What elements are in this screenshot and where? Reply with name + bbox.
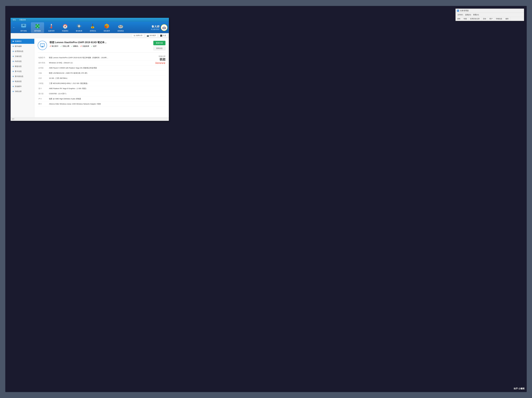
generate-button[interactable]: ⬛ 生成 — [158, 34, 167, 37]
toolbar-label-install: 装机推荐 — [104, 30, 110, 32]
tab-details[interactable]: 详细信息 — [494, 17, 504, 21]
weibo-label: 微博分享 — [136, 34, 142, 37]
sidebar-dot-other — [13, 86, 14, 87]
rescan-button[interactable]: 重新扫描 — [153, 41, 165, 45]
toolbar-item-hardware-check[interactable]: 硬件体检 — [17, 22, 30, 33]
toolbar-item-install-rec[interactable]: 装机推荐 — [100, 22, 113, 33]
sidebar-item-cpu-info[interactable]: 处理器信息 — [11, 49, 34, 54]
tab-app-history[interactable]: 应用历史记录 — [469, 17, 481, 21]
svg-rect-26 — [79, 27, 79, 29]
spec-label-audio: 声卡 — [38, 98, 49, 100]
sidebar-dot-display — [13, 76, 14, 77]
sidebar-item-mobo-info[interactable]: 主板信息 — [11, 54, 34, 59]
tab-startup[interactable]: 启动 — [481, 17, 488, 21]
feedback-btn[interactable]: 问题反馈 — [19, 18, 26, 21]
sidebar-item-disk-info[interactable]: 硬盘信息 — [11, 64, 34, 69]
tab-services[interactable]: 服务 — [504, 17, 510, 21]
spec-value-model: 联想 Lenovo XiaoXinPro-13API 2019 81XD 笔记本… — [49, 57, 165, 59]
svg-text:SPEED: SPEED — [63, 27, 67, 28]
sidebar-item-hw-health[interactable]: 硬件健康 — [11, 44, 34, 49]
toolbar-item-temp-manage[interactable]: 温度管理 — [45, 22, 58, 33]
toolbar-item-clean-optimize[interactable]: 清理优化 — [86, 22, 100, 33]
sidebar-label-hw-health: 硬件健康 — [15, 45, 22, 48]
svg-point-47 — [121, 26, 122, 26]
toolbar-item-game-select[interactable]: 游戏精选 — [114, 22, 127, 33]
sidebar-label-battery: 电池信息 — [15, 80, 22, 83]
brand-name: 鲁大师 — [151, 25, 159, 28]
lu-statusbar: 3个 — [11, 117, 169, 121]
sidebar-item-ram-info[interactable]: 内存信息 — [11, 59, 34, 64]
device-icon — [38, 41, 47, 50]
sidebar-label-power: 功耗估算 — [15, 90, 22, 93]
watermark: 知乎 @糖浆 — [514, 387, 525, 390]
sidebar-label-gpu: 显卡信息 — [15, 70, 22, 73]
camera-icon: 📷 — [147, 35, 149, 37]
svg-rect-53 — [42, 46, 43, 47]
spec-row-model: 电脑型号 联想 Lenovo XiaoXinPro-13API 2019 81X… — [38, 55, 165, 60]
sidebar-dot-gpu — [13, 71, 14, 72]
toolbar-label-clean: 清理优化 — [90, 30, 96, 32]
toolbar-item-driver-detect[interactable]: 驱动检测 — [72, 22, 86, 33]
brand-avatar: 🤖 — [161, 24, 167, 31]
menu-options[interactable]: 选项(O) — [464, 13, 472, 16]
spec-label-model: 电脑型号 — [38, 57, 49, 59]
lu-sidebar: 电脑概览 硬件健康 处理器信息 主板信息 内存信息 — [11, 38, 34, 117]
svg-point-46 — [121, 26, 121, 26]
forum-btn[interactable]: 论坛 — [12, 18, 17, 21]
spec-value-gpu: AMD Radeon RX Vega 8 Graphics（1 GB / 联想） — [49, 87, 165, 90]
sidebar-label-other: 其他硬件 — [15, 85, 22, 88]
back-button[interactable]: ← — [12, 25, 16, 30]
spec-row-nic: 网卡 Atheros Killer Wireless-n/a/ac 1535 W… — [38, 101, 165, 107]
svg-rect-27 — [77, 26, 78, 26]
toolbar-label-game: 游戏精选 — [117, 30, 124, 32]
sidebar-dot-power — [13, 91, 14, 92]
svg-point-49 — [121, 25, 122, 26]
lu-content-area: 电脑概览 硬件健康 处理器信息 主板信息 内存信息 — [11, 38, 169, 117]
lu-main-toolbar: ← 硬件体检 — [11, 22, 169, 33]
menu-view[interactable]: 查看(V) — [472, 13, 480, 16]
tab-performance[interactable]: 性能 — [462, 17, 469, 21]
spec-value-mobo: 联想 LNVNB161216（AMD PCI 标准主机 CPU 桥） — [49, 72, 165, 74]
sidebar-label-mobo: 主板信息 — [15, 55, 22, 57]
svg-point-3 — [23, 25, 24, 26]
task-manager-icon: ⚙ — [457, 10, 459, 12]
tab-process[interactable]: 进程 — [456, 17, 462, 21]
spec-row-os: 操作系统 Windows 10 64位（DirectX 12） — [38, 60, 165, 65]
spec-label-display: 显示器 — [38, 93, 49, 95]
lu-dashi-window: 鲁 鲁大师 5.19 ─ □ ✕ ← — [11, 18, 169, 121]
spec-row-display: 显示器 CSO076D（13.4 英寸） — [38, 91, 165, 96]
sidebar-dot-disk — [13, 66, 14, 67]
feature-camera: ✓ 摄像头 — [71, 45, 78, 47]
sidebar-item-overview[interactable]: 电脑概览 — [11, 39, 34, 44]
sidebar-item-power-calc[interactable]: 功耗估算 — [11, 89, 34, 94]
screenshot-save-button[interactable]: 📷 保存截屏 — [145, 34, 157, 37]
copy-info-button[interactable]: 复制信息 — [153, 46, 165, 51]
svg-rect-29 — [77, 24, 78, 25]
svg-rect-25 — [79, 24, 79, 25]
sidebar-item-battery-info[interactable]: 电池信息 — [11, 79, 34, 84]
feature-dgpu: ✗ 独立显卡 — [50, 45, 58, 47]
spec-value-cpu: AMD Ryzen 5 3550H with Radeon Vega Gfx 四… — [49, 67, 165, 69]
brand-line1: 联想 — [155, 57, 165, 62]
menu-file[interactable]: 文件(F) — [457, 13, 464, 16]
toolbar-label-perf: 性能测试 — [62, 30, 68, 32]
broom-icon — [90, 23, 96, 29]
thermometer-icon — [48, 23, 55, 29]
sidebar-item-gpu-info[interactable]: 显卡信息 — [11, 69, 34, 74]
task-manager-title: 任务管理器 — [460, 10, 469, 12]
toolbar-label-temp: 温度管理 — [48, 30, 55, 32]
tab-users[interactable]: 用户 — [488, 17, 494, 21]
brand-sub: 专注硬件防护 — [151, 28, 159, 30]
sidebar-label-cpu: 处理器信息 — [15, 50, 23, 52]
svg-point-12 — [37, 25, 38, 27]
weibo-share-button[interactable]: 𝕎 微博分享 — [132, 34, 144, 37]
device-info: 联想 Lenovo XiaoXinPro-13API 2019 81XD 笔记本… — [50, 41, 151, 47]
lu-main-panel: 联想 Lenovo XiaoXinPro-13API 2019 81XD 笔记本… — [34, 38, 169, 117]
spec-value-display: CSO076D（13.4 英寸） — [49, 93, 165, 95]
sidebar-item-other-hw[interactable]: 其他硬件 — [11, 84, 34, 89]
toolbar-item-hardware-detect[interactable]: 硬件检测 — [31, 22, 44, 33]
sidebar-dot-battery — [13, 81, 14, 82]
toolbar-item-perf-test[interactable]: SPEED 性能测试 — [59, 22, 72, 33]
feature-bluetooth: ✓ 蓝牙 — [91, 45, 97, 47]
sidebar-item-display-info[interactable]: 显示器信息 — [11, 74, 34, 79]
